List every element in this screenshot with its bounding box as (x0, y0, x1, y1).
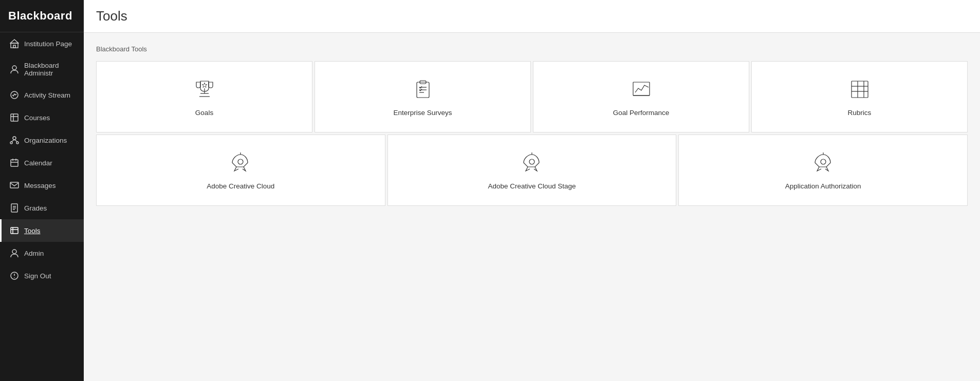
svg-rect-5 (11, 114, 18, 121)
sidebar-item-organizations[interactable]: Organizations (0, 129, 84, 151)
tool-application-authorization-label: Application Authorization (785, 182, 861, 190)
svg-rect-42 (852, 81, 868, 98)
sidebar: Blackboard Institution PageBlackboard Ad… (0, 0, 84, 381)
tool-adobe-creative-cloud-stage[interactable]: Adobe Creative Cloud Stage (387, 135, 677, 206)
sidebar-label-admin: Admin (24, 250, 44, 257)
chart-icon (629, 77, 654, 102)
sidebar-label-grades: Grades (24, 204, 47, 212)
sidebar-item-admin[interactable]: Admin (0, 242, 84, 264)
sidebar-label-organizations: Organizations (24, 137, 67, 144)
tool-adobe-creative-cloud-stage-label: Adobe Creative Cloud Stage (488, 182, 576, 190)
tools-grid-row1: Goals (96, 61, 968, 132)
svg-rect-40 (633, 82, 650, 96)
institution-icon (10, 39, 19, 48)
svg-line-12 (14, 140, 17, 142)
sidebar-label-activity-stream: Activity Stream (24, 91, 70, 99)
svg-point-49 (529, 159, 534, 164)
messages-icon (10, 181, 19, 190)
svg-point-9 (10, 142, 12, 144)
svg-point-8 (13, 137, 16, 140)
grades-icon (10, 203, 19, 213)
sidebar-item-courses[interactable]: Courses (0, 106, 84, 129)
svg-rect-2 (13, 45, 15, 48)
admin-icon (10, 65, 19, 74)
page-header: Tools (84, 0, 980, 33)
sidebar-label-tools: Tools (24, 227, 41, 235)
sidebar-label-sign-out: Sign Out (24, 272, 51, 280)
sidebar-item-tools[interactable]: Tools (0, 219, 84, 242)
rocket2-icon (520, 150, 544, 175)
sidebar-item-blackboard-admin[interactable]: Blackboard Administr (0, 55, 84, 84)
svg-point-47 (238, 159, 243, 164)
main-content: Tools Blackboard Tools (84, 0, 980, 381)
svg-rect-13 (11, 160, 18, 166)
tool-enterprise-surveys[interactable]: Enterprise Surveys (315, 61, 531, 132)
sidebar-item-institution-page[interactable]: Institution Page (0, 32, 84, 55)
courses-icon (10, 113, 19, 122)
tool-rubrics[interactable]: Rubrics (751, 61, 968, 132)
admin2-icon (10, 249, 19, 258)
signout-icon (10, 271, 19, 280)
svg-point-3 (12, 66, 16, 70)
svg-marker-1 (10, 40, 19, 43)
activity-icon (10, 90, 19, 100)
svg-line-11 (11, 140, 14, 142)
sidebar-label-blackboard-admin: Blackboard Administr (24, 62, 76, 77)
svg-point-4 (11, 91, 18, 99)
svg-point-10 (16, 142, 19, 144)
sidebar-label-institution-page: Institution Page (24, 40, 72, 48)
sidebar-item-activity-stream[interactable]: Activity Stream (0, 84, 84, 106)
tool-enterprise-surveys-label: Enterprise Surveys (393, 109, 452, 117)
calendar-icon (10, 158, 19, 167)
tool-rubrics-label: Rubrics (848, 109, 872, 117)
svg-point-51 (821, 159, 826, 164)
organizations-icon (10, 136, 19, 145)
sidebar-label-courses: Courses (24, 114, 50, 122)
tool-goal-performance[interactable]: Goal Performance (533, 61, 749, 132)
tool-adobe-creative-cloud-label: Adobe Creative Cloud (207, 182, 274, 190)
tools-icon (10, 226, 19, 235)
svg-point-25 (12, 250, 16, 254)
trophy-icon (192, 77, 217, 102)
sidebar-item-messages[interactable]: Messages (0, 174, 84, 197)
rocket-icon (228, 150, 253, 175)
section-title: Blackboard Tools (96, 45, 968, 53)
tool-application-authorization[interactable]: Application Authorization (678, 135, 968, 206)
tool-goal-performance-label: Goal Performance (613, 109, 670, 117)
tool-goals[interactable]: Goals (96, 61, 312, 132)
sidebar-logo[interactable]: Blackboard (0, 0, 84, 32)
svg-rect-22 (11, 227, 18, 234)
sidebar-label-calendar: Calendar (24, 159, 52, 167)
sidebar-item-calendar[interactable]: Calendar (0, 151, 84, 174)
sidebar-item-sign-out[interactable]: Sign Out (0, 264, 84, 287)
tool-adobe-creative-cloud[interactable]: Adobe Creative Cloud (96, 135, 385, 206)
rocket3-icon (811, 150, 836, 175)
content-area: Blackboard Tools (84, 33, 980, 381)
tools-grid-row2: Adobe Creative Cloud Adobe Creative Clou… (96, 135, 968, 206)
svg-rect-17 (10, 182, 19, 188)
rubrics-icon (847, 77, 872, 102)
tool-goals-label: Goals (195, 109, 213, 117)
svg-marker-30 (202, 83, 207, 87)
sidebar-item-grades[interactable]: Grades (0, 197, 84, 219)
sidebar-label-messages: Messages (24, 182, 56, 189)
survey-icon (411, 77, 435, 102)
page-title: Tools (96, 8, 968, 24)
